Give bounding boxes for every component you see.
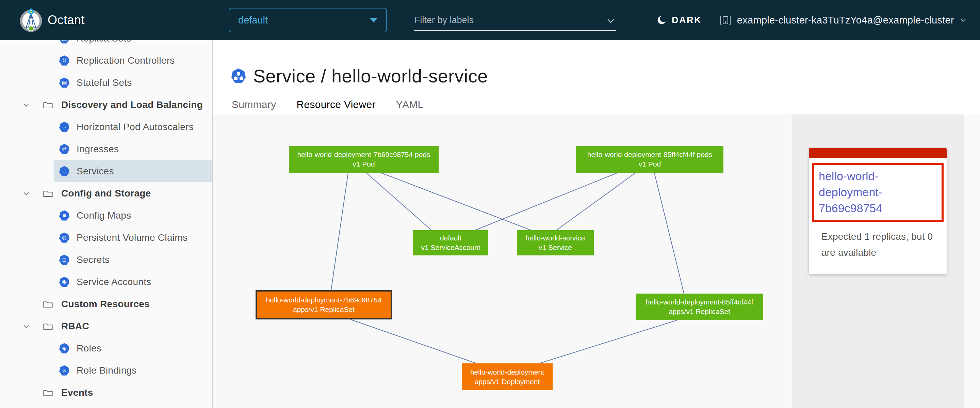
theme-toggle-label: DARK: [672, 15, 702, 26]
sidebar-item-label: Stateful Sets: [76, 77, 132, 88]
main-content: Service / hello-world-service SummaryRes…: [213, 40, 980, 408]
detail-panel: hello-world-deployment-7b69c98754 Expect…: [792, 115, 964, 408]
sidebar-group-label: RBAC: [61, 321, 89, 332]
replication-controllers-icon: ↻: [59, 56, 69, 66]
page-title: Service / hello-world-service: [253, 65, 488, 86]
folder-icon: [43, 189, 53, 198]
graph-node-serviceaccount-default[interactable]: defaultv1 ServiceAccount: [413, 230, 488, 255]
tab-resource-viewer[interactable]: Resource Viewer: [295, 99, 377, 116]
theme-toggle[interactable]: DARK: [657, 0, 702, 40]
graph-edge: [331, 173, 348, 290]
octant-app: ▣Replica Sets↻Replication Controllers▤St…: [0, 0, 980, 408]
sidebar-item-label: Persistent Volume Claims: [76, 232, 188, 243]
app-title: Octant: [48, 0, 85, 40]
sidebar-item-label: Replica Sets: [76, 40, 131, 44]
sidebar-group-label: Events: [61, 387, 93, 398]
sidebar-item-events[interactable]: Events: [0, 381, 212, 403]
sidebar-item-service-accounts[interactable]: ◉Service Accounts: [0, 271, 212, 293]
role-bindings-icon: ∞: [59, 365, 69, 376]
services-icon: ∴: [59, 166, 69, 177]
sidebar-item-label: Replication Controllers: [76, 55, 175, 66]
sidebar-item-config-and-storage[interactable]: Config and Storage: [0, 182, 212, 204]
ingresses-icon: ⇄: [59, 144, 69, 154]
sidebar-item-label: Secrets: [76, 254, 110, 265]
sidebar-item-role-bindings[interactable]: ∞Role Bindings: [0, 359, 212, 381]
folder-icon: [43, 388, 53, 397]
graph-node-service-hello-world-service[interactable]: hello-world-servicev1 Service: [517, 230, 594, 255]
namespace-value: default: [238, 14, 268, 26]
app-header: Octant default DARK: [0, 0, 980, 40]
scrollbar-track[interactable]: [964, 115, 980, 408]
sidebar-item-label: Ingresses: [76, 144, 119, 155]
sidebar-item-label: Service Accounts: [76, 277, 151, 287]
graph-node-replicaset-hello-world-deployment-7b69c98754[interactable]: hello-world-deployment-7b69c98754apps/v1…: [256, 290, 392, 319]
roles-icon: ◈: [59, 343, 69, 354]
graph-node-pods-hello-world-deployment-7b69c98754[interactable]: hello-world-deployment-7b69c98754 podsv1…: [289, 146, 439, 173]
alert-message: Expected 1 replicas, but 0 are available: [821, 228, 937, 274]
service-icon: [231, 68, 247, 84]
label-filter: [414, 11, 616, 31]
selected-resource-link[interactable]: hello-world-deployment-7b69c98754: [819, 168, 937, 216]
sidebar-item-roles[interactable]: ◈Roles: [0, 337, 212, 359]
sidebar-item-stateful-sets[interactable]: ▤Stateful Sets: [0, 72, 212, 94]
chevron-down-icon[interactable]: [606, 16, 615, 25]
graph-node-pods-hello-world-deployment-85ff4cf44f[interactable]: hello-world-deployment-85ff4cf44f podsv1…: [576, 146, 724, 173]
chevron-down-icon[interactable]: [22, 190, 30, 197]
context-label: example-cluster-ka3TuTzYo4a@example-clus…: [737, 14, 954, 26]
sidebar-item-label: Role Bindings: [76, 365, 137, 376]
config-maps-icon: ≡: [59, 210, 69, 221]
resource-viewer-graph: hello-world-deployment-7b69c98754 podsv1…: [213, 115, 792, 408]
moon-icon: [657, 15, 667, 25]
caret-down-icon: [370, 18, 377, 22]
sidebar-item-replica-sets[interactable]: ▣Replica Sets: [0, 40, 212, 49]
page-title-row: Service / hello-world-service: [231, 65, 980, 86]
horizontal-pod-autoscalers-icon: ⇔: [59, 122, 69, 132]
octant-logo-icon: [18, 8, 43, 33]
folder-icon: [43, 322, 53, 331]
sidebar-item-label: Config Maps: [76, 210, 131, 221]
graph-edge: [539, 320, 677, 363]
secrets-icon: ⊡: [59, 255, 69, 265]
chevron-down-icon[interactable]: [22, 322, 30, 330]
stateful-sets-icon: ▤: [59, 78, 69, 88]
sidebar-item-label: Services: [76, 166, 114, 177]
tab-bar: SummaryResource ViewerYAML: [225, 99, 965, 116]
sidebar-item-label: Roles: [76, 343, 102, 354]
sidebar-item-horizontal-pod-autoscalers[interactable]: ⇔Horizontal Pod Autoscalers: [0, 116, 212, 138]
service-accounts-icon: ◉: [59, 277, 69, 287]
sidebar-nav: ▣Replica Sets↻Replication Controllers▤St…: [0, 40, 212, 403]
sidebar-item-rbac[interactable]: RBAC: [0, 315, 212, 337]
namespace-dropdown[interactable]: default: [229, 8, 387, 32]
graph-edge: [366, 173, 431, 230]
sidebar-item-custom-resources[interactable]: Custom Resources: [0, 293, 212, 315]
sidebar-group-label: Custom Resources: [61, 299, 150, 309]
sidebar: ▣Replica Sets↻Replication Controllers▤St…: [0, 40, 213, 408]
sidebar-item-replication-controllers[interactable]: ↻Replication Controllers: [0, 49, 212, 72]
sidebar-item-discovery-and-load-balancing[interactable]: Discovery and Load Balancing: [0, 94, 212, 116]
alert-status-bar: [809, 148, 947, 158]
persistent-volume-claims-icon: ◎: [59, 233, 69, 243]
chevron-down-icon[interactable]: [22, 101, 30, 108]
sidebar-item-services[interactable]: ∴Services: [54, 160, 212, 182]
sidebar-group-label: Config and Storage: [61, 188, 151, 199]
selected-resource-card: hello-world-deployment-7b69c98754 Expect…: [809, 148, 947, 274]
sidebar-item-persistent-volume-claims[interactable]: ◎Persistent Volume Claims: [0, 226, 212, 249]
folder-icon: [43, 300, 53, 309]
graph-node-deployment-hello-world-deployment[interactable]: hello-world-deploymentapps/v1 Deployment: [462, 363, 553, 390]
label-filter-input[interactable]: [414, 11, 599, 29]
sidebar-item-config-maps[interactable]: ≡Config Maps: [0, 204, 212, 226]
graph-edge: [654, 173, 684, 293]
sidebar-item-ingresses[interactable]: ⇄Ingresses: [0, 138, 212, 160]
cluster-icon: [719, 14, 732, 26]
folder-icon: [43, 100, 53, 110]
sidebar-item-label: Horizontal Pod Autoscalers: [76, 121, 194, 132]
chevron-down-icon: [959, 16, 967, 24]
replica-sets-icon: ▣: [59, 40, 69, 44]
tab-yaml[interactable]: YAML: [395, 99, 425, 116]
tab-summary[interactable]: Summary: [230, 99, 278, 116]
context-switcher[interactable]: example-cluster-ka3TuTzYo4a@example-clus…: [719, 0, 967, 40]
graph-node-replicaset-hello-world-deployment-85ff4cf44f[interactable]: hello-world-deployment-85ff4cf44fapps/v1…: [636, 293, 763, 320]
selected-resource-link-box[interactable]: hello-world-deployment-7b69c98754: [812, 163, 943, 222]
graph-edge: [382, 173, 531, 230]
sidebar-item-secrets[interactable]: ⊡Secrets: [0, 249, 212, 271]
